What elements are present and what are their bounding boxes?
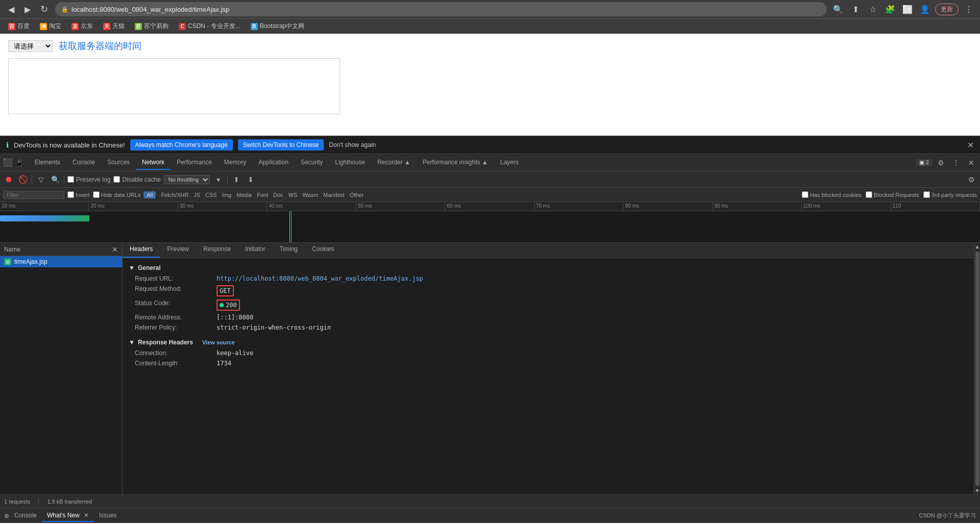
settings-button[interactable]: ⚙ xyxy=(934,156,947,169)
bookmark-tianmao[interactable]: 天 天猫 xyxy=(99,21,129,32)
close-detail-button[interactable]: ✕ xyxy=(112,245,118,254)
scroll-thumb[interactable] xyxy=(975,252,979,486)
general-section-header[interactable]: ▼ General xyxy=(123,262,974,273)
filter-input[interactable] xyxy=(3,191,64,199)
tab-lighthouse[interactable]: Lighthouse xyxy=(329,156,371,170)
has-blocked-cookies-checkbox[interactable]: Has blocked cookies xyxy=(802,191,862,198)
response-headers-section-header[interactable]: ▼ Response Headers View source xyxy=(123,337,974,348)
disable-cache-checkbox[interactable]: Disable cache xyxy=(113,176,160,183)
devtools-panel: ⬛ 📱 Elements Console Sources Network Per… xyxy=(0,154,980,523)
refresh-button[interactable]: ↻ xyxy=(37,2,51,16)
bottom-tab-whats-new[interactable]: What's New ✕ xyxy=(42,510,94,522)
vertical-scrollbar[interactable]: ▲ ▼ xyxy=(974,243,980,494)
bookmark-taobao[interactable]: 淘 淘宝 xyxy=(36,21,65,32)
forward-button[interactable]: ▶ xyxy=(20,2,35,16)
data-transferred: 1.9 kB transferred xyxy=(47,498,91,505)
tab-preview[interactable]: Preview xyxy=(160,243,196,258)
filter-all-btn[interactable]: All xyxy=(144,191,156,198)
filter-media[interactable]: Media xyxy=(234,191,254,198)
more-options-button[interactable]: ⋮ xyxy=(949,156,963,169)
filter-more-checkboxes: Has blocked cookies Blocked Requests 3rd… xyxy=(802,191,977,198)
address-bar[interactable]: 🔒 localhost:8080/web_0804_war_exploded/t… xyxy=(55,2,827,16)
hide-data-urls-checkbox[interactable]: Hide data URLs xyxy=(93,191,141,198)
tick-20ms: 20 ms xyxy=(89,202,178,211)
filter-manifest[interactable]: Manifest xyxy=(321,191,347,198)
whats-new-close-btn[interactable]: ✕ xyxy=(84,512,89,519)
throttle-dropdown-btn[interactable]: ▾ xyxy=(213,174,224,185)
tab-headers[interactable]: Headers xyxy=(123,243,160,258)
bookmark-csdn[interactable]: C CSDN - 专业开发... xyxy=(175,21,245,32)
filter-doc[interactable]: Doc xyxy=(271,191,285,198)
filter-font[interactable]: Font xyxy=(255,191,270,198)
tab-memory[interactable]: Memory xyxy=(218,156,252,170)
bookmark-bootstrap[interactable]: B Bootstrap中文网 xyxy=(247,21,308,32)
page-textarea[interactable] xyxy=(8,58,340,114)
clear-button[interactable]: 🚫 xyxy=(17,174,29,185)
filter-img[interactable]: Img xyxy=(220,191,233,198)
filter-other[interactable]: Other xyxy=(348,191,366,198)
tab-network[interactable]: Network xyxy=(136,156,171,170)
third-party-checkbox[interactable]: 3rd-party requests xyxy=(923,191,977,198)
share-button[interactable]: ⬆ xyxy=(848,2,863,16)
dont-show-button[interactable]: Don't show again xyxy=(329,141,376,148)
tab-security[interactable]: Security xyxy=(295,156,329,170)
tab-layers[interactable]: Layers xyxy=(494,156,524,170)
back-button[interactable]: ◀ xyxy=(4,2,18,16)
filter-css[interactable]: CSS xyxy=(203,191,219,198)
tab-response[interactable]: Response xyxy=(196,243,238,258)
filter-ws[interactable]: WS xyxy=(286,191,300,198)
toolbar-separator-2 xyxy=(64,175,64,184)
tab-application[interactable]: Application xyxy=(252,156,295,170)
search-button[interactable]: 🔍 xyxy=(50,174,61,185)
tab-cookies[interactable]: Cookies xyxy=(305,243,341,258)
get-time-link[interactable]: 获取服务器端的时间 xyxy=(59,40,141,52)
tab-elements[interactable]: Elements xyxy=(29,156,66,170)
extensions-button[interactable]: 🧩 xyxy=(883,2,897,16)
device-toggle-button[interactable]: 📱 xyxy=(13,157,25,168)
import-btn[interactable]: ⬆ xyxy=(231,174,242,185)
view-source-link[interactable]: View source xyxy=(202,339,235,345)
tab-performance-insights[interactable]: Performance insights ▲ xyxy=(417,156,494,170)
inspect-element-button[interactable]: ⬛ xyxy=(2,157,13,168)
tab-console[interactable]: Console xyxy=(66,156,101,170)
filter-wasm[interactable]: Wasm xyxy=(300,191,320,198)
profile-button[interactable]: 👤 xyxy=(918,2,932,16)
switch-chinese-button[interactable]: Switch DevTools to Chinese xyxy=(238,139,324,151)
scroll-up-btn[interactable]: ▲ xyxy=(975,244,980,249)
network-item-timeajax[interactable]: ▤ timeAjax.jsp xyxy=(0,256,122,267)
bottom-tab-issues[interactable]: Issues xyxy=(94,510,122,522)
filter-toggle-button[interactable]: ▽ xyxy=(35,174,46,185)
tab-timing[interactable]: Timing xyxy=(272,243,305,258)
invert-checkbox[interactable]: Invert xyxy=(67,191,90,198)
bottom-tab-console[interactable]: Console xyxy=(9,510,42,522)
export-btn[interactable]: ⬇ xyxy=(245,174,256,185)
bottom-add-btn[interactable]: ⊕ xyxy=(4,512,9,519)
tab-recorder[interactable]: Recorder ▲ xyxy=(371,156,417,170)
window-button[interactable]: ⬜ xyxy=(900,2,915,16)
preserve-log-checkbox[interactable]: Preserve log xyxy=(67,176,110,183)
record-button[interactable]: ⏺ xyxy=(3,174,14,185)
blocked-requests-checkbox[interactable]: Blocked Requests xyxy=(866,191,919,198)
update-button[interactable]: 更新 xyxy=(935,4,959,15)
network-settings-btn[interactable]: ⚙ xyxy=(966,174,977,185)
menu-button[interactable]: ⋮ xyxy=(962,2,976,16)
close-devtools-button[interactable]: ✕ xyxy=(965,156,978,169)
tab-performance[interactable]: Performance xyxy=(171,156,218,170)
scroll-down-btn[interactable]: ▼ xyxy=(975,488,980,493)
throttle-select[interactable]: No throttling xyxy=(164,175,210,184)
content-length-val: 1734 xyxy=(217,360,231,367)
bookmark-baidu[interactable]: 百 百度 xyxy=(4,21,34,32)
timeline-marker-green xyxy=(290,211,290,243)
tab-initiator[interactable]: Initiator xyxy=(238,243,272,258)
bookmark-suning[interactable]: 苏 苏宁易购 xyxy=(131,21,173,32)
page-select[interactable]: 请选择 xyxy=(8,40,53,52)
bookmark-jd[interactable]: 京 京东 xyxy=(67,21,97,32)
bookmark-button[interactable]: ☆ xyxy=(866,2,880,16)
filter-js[interactable]: JS xyxy=(192,191,202,198)
tab-sources[interactable]: Sources xyxy=(101,156,136,170)
search-button[interactable]: 🔍 xyxy=(831,2,845,16)
notification-close-button[interactable]: ✕ xyxy=(967,140,974,150)
issues-badge[interactable]: ▣ 2 xyxy=(916,159,932,166)
match-language-button[interactable]: Always match Chrome's language xyxy=(130,139,233,151)
filter-fetch-xhr[interactable]: Fetch/XHR xyxy=(159,191,190,198)
